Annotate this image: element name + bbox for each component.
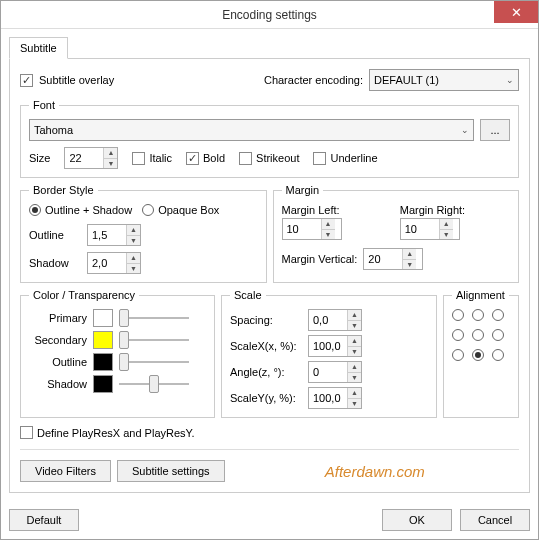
char-encoding-select[interactable]: DEFAULT (1) ⌄ <box>369 69 519 91</box>
outline-shadow-label: Outline + Shadow <box>45 204 132 216</box>
watermark-text: Afterdawn.com <box>325 463 425 480</box>
opaque-box-label: Opaque Box <box>158 204 219 216</box>
subtitle-overlay-label: Subtitle overlay <box>39 74 114 86</box>
font-size-spinner[interactable]: ▲▼ <box>64 147 118 169</box>
default-button[interactable]: Default <box>9 509 79 531</box>
align-tr-radio[interactable] <box>492 309 504 321</box>
align-mc-radio[interactable] <box>472 329 484 341</box>
spin-down-icon[interactable]: ▼ <box>403 260 416 270</box>
titlebar: Encoding settings ✕ <box>1 1 538 29</box>
subtitle-settings-button[interactable]: Subtitle settings <box>117 460 225 482</box>
define-playres-checkbox[interactable] <box>20 426 33 439</box>
margin-vertical-input[interactable] <box>364 249 402 269</box>
spacing-spinner[interactable]: ▲▼ <box>308 309 362 331</box>
align-br-radio[interactable] <box>492 349 504 361</box>
align-bc-radio[interactable] <box>472 349 484 361</box>
tab-subtitle[interactable]: Subtitle <box>9 37 68 59</box>
underline-checkbox[interactable] <box>313 152 326 165</box>
spacing-label: Spacing: <box>230 314 302 326</box>
margin-right-input[interactable] <box>401 219 439 239</box>
chevron-down-icon: ⌄ <box>506 75 514 85</box>
scaley-spinner[interactable]: ▲▼ <box>308 387 362 409</box>
align-tc-radio[interactable] <box>472 309 484 321</box>
spin-up-icon[interactable]: ▲ <box>127 225 140 236</box>
ok-button[interactable]: OK <box>382 509 452 531</box>
margin-vertical-label: Margin Vertical: <box>282 253 358 265</box>
spin-down-icon[interactable]: ▼ <box>348 373 361 383</box>
align-tl-radio[interactable] <box>452 309 464 321</box>
scalex-label: ScaleX(x, %): <box>230 340 302 352</box>
shadow-spinner[interactable]: ▲▼ <box>87 252 141 274</box>
spin-up-icon[interactable]: ▲ <box>322 219 335 230</box>
primary-color-swatch[interactable] <box>93 309 113 327</box>
opaque-box-radio[interactable] <box>142 204 154 216</box>
cancel-button[interactable]: Cancel <box>460 509 530 531</box>
spin-up-icon[interactable]: ▲ <box>348 310 361 321</box>
margin-right-spinner[interactable]: ▲▼ <box>400 218 460 240</box>
spin-up-icon[interactable]: ▲ <box>348 362 361 373</box>
margin-left-spinner[interactable]: ▲▼ <box>282 218 342 240</box>
tab-area: Subtitle Subtitle overlay Character enco… <box>9 37 530 493</box>
secondary-color-swatch[interactable] <box>93 331 113 349</box>
align-ml-radio[interactable] <box>452 329 464 341</box>
italic-checkbox[interactable] <box>132 152 145 165</box>
spin-down-icon[interactable]: ▼ <box>348 321 361 331</box>
subtitle-overlay-checkbox[interactable] <box>20 74 33 87</box>
shadow-input[interactable] <box>88 253 126 273</box>
close-icon: ✕ <box>511 5 522 20</box>
spin-up-icon[interactable]: ▲ <box>104 148 117 159</box>
font-name-value: Tahoma <box>34 124 73 136</box>
outline-spinner[interactable]: ▲▼ <box>87 224 141 246</box>
align-mr-radio[interactable] <box>492 329 504 341</box>
tab-panel: Subtitle overlay Character encoding: DEF… <box>9 58 530 493</box>
margin-right-label: Margin Right: <box>400 204 465 216</box>
font-browse-button[interactable]: ... <box>480 119 510 141</box>
scale-legend: Scale <box>230 289 266 301</box>
char-encoding-label: Character encoding: <box>264 74 363 86</box>
strikeout-checkbox[interactable] <box>239 152 252 165</box>
font-legend: Font <box>29 99 59 111</box>
spin-down-icon[interactable]: ▼ <box>127 264 140 274</box>
spin-down-icon[interactable]: ▼ <box>322 230 335 240</box>
encoding-settings-window: Encoding settings ✕ Subtitle Subtitle ov… <box>0 0 539 540</box>
color-group: Color / Transparency Primary Secondary O… <box>20 289 215 418</box>
outline-input[interactable] <box>88 225 126 245</box>
spin-up-icon[interactable]: ▲ <box>348 388 361 399</box>
spin-down-icon[interactable]: ▼ <box>127 236 140 246</box>
spin-down-icon[interactable]: ▼ <box>104 159 117 169</box>
scalex-spinner[interactable]: ▲▼ <box>308 335 362 357</box>
video-filters-button[interactable]: Video Filters <box>20 460 111 482</box>
margin-vertical-spinner[interactable]: ▲▼ <box>363 248 423 270</box>
angle-input[interactable] <box>309 362 347 382</box>
shadow-slider[interactable] <box>119 375 189 393</box>
spacing-input[interactable] <box>309 310 347 330</box>
spin-up-icon[interactable]: ▲ <box>127 253 140 264</box>
angle-label: Angle(z, °): <box>230 366 302 378</box>
close-button[interactable]: ✕ <box>494 1 538 23</box>
alignment-grid <box>452 309 510 365</box>
outline-color-swatch[interactable] <box>93 353 113 371</box>
outline-slider[interactable] <box>119 353 189 371</box>
scaley-input[interactable] <box>309 388 347 408</box>
underline-label: Underline <box>330 152 377 164</box>
secondary-slider[interactable] <box>119 331 189 349</box>
spin-up-icon[interactable]: ▲ <box>403 249 416 260</box>
spin-up-icon[interactable]: ▲ <box>348 336 361 347</box>
outline-shadow-radio[interactable] <box>29 204 41 216</box>
margin-left-input[interactable] <box>283 219 321 239</box>
spin-down-icon[interactable]: ▼ <box>348 347 361 357</box>
primary-slider[interactable] <box>119 309 189 327</box>
shadow-color-swatch[interactable] <box>93 375 113 393</box>
scale-group: Scale Spacing:▲▼ ScaleX(x, %):▲▼ Angle(z… <box>221 289 437 418</box>
spin-up-icon[interactable]: ▲ <box>440 219 453 230</box>
bold-label: Bold <box>203 152 225 164</box>
align-bl-radio[interactable] <box>452 349 464 361</box>
angle-spinner[interactable]: ▲▼ <box>308 361 362 383</box>
bold-checkbox[interactable] <box>186 152 199 165</box>
scalex-input[interactable] <box>309 336 347 356</box>
chevron-down-icon: ⌄ <box>461 125 469 135</box>
font-size-input[interactable] <box>65 148 103 168</box>
font-name-select[interactable]: Tahoma ⌄ <box>29 119 474 141</box>
spin-down-icon[interactable]: ▼ <box>440 230 453 240</box>
spin-down-icon[interactable]: ▼ <box>348 399 361 409</box>
